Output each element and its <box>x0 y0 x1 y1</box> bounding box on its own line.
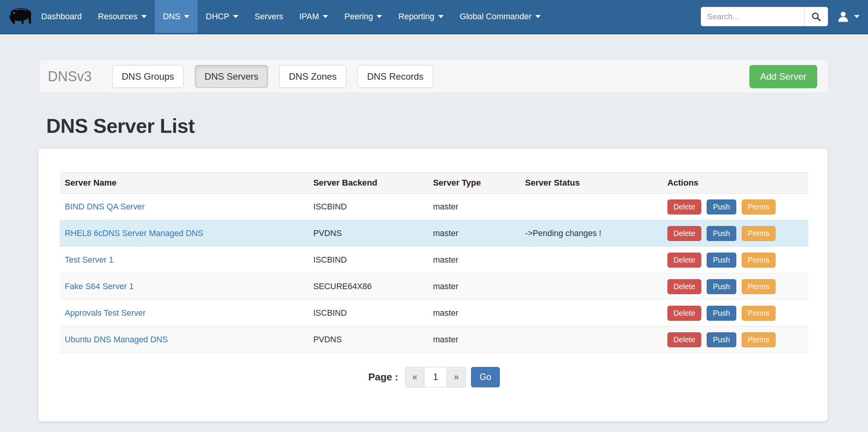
server-backend-cell: PVDNS <box>308 220 428 247</box>
actions-cell: Delete Push Perms <box>662 220 808 247</box>
delete-button[interactable]: Delete <box>667 279 701 294</box>
delete-button[interactable]: Delete <box>667 332 701 347</box>
app-label: DNSv3 <box>48 69 92 85</box>
caret-down-icon <box>323 15 328 18</box>
server-backend-cell: PVDNS <box>308 327 428 353</box>
user-icon <box>836 10 850 23</box>
user-menu[interactable] <box>836 10 860 23</box>
next-page-button[interactable]: » <box>447 367 466 387</box>
tab-dns-groups[interactable]: DNS Groups <box>112 65 184 88</box>
server-type-cell: master <box>428 220 520 247</box>
nav-label: Resources <box>98 12 137 22</box>
nav-item-dns[interactable]: DNS <box>155 0 198 33</box>
nav-item-reporting[interactable]: Reporting <box>390 0 451 33</box>
push-button[interactable]: Push <box>707 279 736 294</box>
server-type-cell: master <box>428 327 520 353</box>
nav-item-dashboard[interactable]: Dashboard <box>33 0 90 33</box>
caret-down-icon <box>535 15 541 18</box>
server-name-cell: Ubuntu DNS Managed DNS <box>60 327 308 353</box>
nav-label: DNS <box>163 12 180 22</box>
go-button[interactable]: Go <box>471 367 500 387</box>
caret-down-icon <box>233 15 238 18</box>
push-button[interactable]: Push <box>707 226 736 241</box>
perms-button[interactable]: Perms <box>742 226 776 241</box>
server-status-cell: ->Pending changes ! <box>520 220 662 247</box>
server-type-cell: master <box>428 247 520 273</box>
push-button[interactable]: Push <box>707 306 736 321</box>
search-group <box>701 7 828 26</box>
pagination: Page : « » Go <box>60 367 808 387</box>
server-name-link[interactable]: BIND DNS QA Server <box>65 202 145 211</box>
search-button[interactable] <box>804 7 828 26</box>
mammoth-logo-icon[interactable] <box>8 0 33 33</box>
main-nav: Dashboard Resources DNS DHCP Servers IPA… <box>33 0 549 33</box>
perms-button[interactable]: Perms <box>742 306 776 321</box>
top-navbar: Dashboard Resources DNS DHCP Servers IPA… <box>0 0 868 34</box>
col-header-server-status: Server Status <box>520 172 662 194</box>
navbar-right <box>701 0 860 33</box>
page-label: Page : <box>368 371 398 383</box>
perms-button[interactable]: Perms <box>742 253 776 268</box>
server-name-link[interactable]: Test Server 1 <box>65 255 114 265</box>
col-header-actions: Actions <box>662 172 808 194</box>
server-name-link[interactable]: Ubuntu DNS Managed DNS <box>65 335 168 344</box>
server-name-link[interactable]: RHEL8 6cDNS Server Managed DNS <box>65 229 203 238</box>
nav-item-peering[interactable]: Peering <box>336 0 390 33</box>
perms-button[interactable]: Perms <box>742 199 776 214</box>
tab-dns-records[interactable]: DNS Records <box>357 65 433 88</box>
perms-button[interactable]: Perms <box>742 332 776 347</box>
server-name-cell: Fake S64 Server 1 <box>60 273 308 300</box>
table-row: Approvals Test Server ISCBIND master Del… <box>60 300 808 327</box>
push-button[interactable]: Push <box>707 199 736 214</box>
nav-label: Reporting <box>398 12 434 22</box>
table-row: Test Server 1 ISCBIND master Delete Push… <box>60 247 808 273</box>
server-backend-cell: ISCBIND <box>308 247 428 273</box>
tab-dns-zones[interactable]: DNS Zones <box>279 65 346 88</box>
nav-item-resources[interactable]: Resources <box>90 0 155 33</box>
nav-label: Global Commander <box>460 12 531 22</box>
actions-cell: Delete Push Perms <box>662 300 808 327</box>
table-row-highlighted: RHEL8 6cDNS Server Managed DNS PVDNS mas… <box>60 220 808 247</box>
table-row: Ubuntu DNS Managed DNS PVDNS master Dele… <box>60 327 808 353</box>
table-row: Fake S64 Server 1 SECURE64X86 master Del… <box>60 273 808 300</box>
server-status-cell <box>520 300 662 327</box>
search-input[interactable] <box>701 7 804 26</box>
page-number-input[interactable] <box>424 367 447 387</box>
page-title: DNS Server List <box>46 114 868 137</box>
delete-button[interactable]: Delete <box>667 226 701 241</box>
server-backend-cell: SECURE64X86 <box>308 273 428 300</box>
table-header-row: Server Name Server Backend Server Type S… <box>60 172 808 194</box>
server-status-cell <box>520 247 662 273</box>
server-backend-cell: ISCBIND <box>308 300 428 327</box>
nav-item-global-commander[interactable]: Global Commander <box>452 0 549 33</box>
push-button[interactable]: Push <box>707 253 736 268</box>
nav-item-dhcp[interactable]: DHCP <box>198 0 246 33</box>
delete-button[interactable]: Delete <box>667 253 701 268</box>
nav-label: DHCP <box>206 12 229 22</box>
nav-label: Dashboard <box>41 12 82 22</box>
table-row: BIND DNS QA Server ISCBIND master Delete… <box>60 194 808 220</box>
prev-page-button[interactable]: « <box>406 367 424 387</box>
add-server-button[interactable]: Add Server <box>749 65 817 88</box>
server-name-link[interactable]: Fake S64 Server 1 <box>65 282 134 291</box>
perms-button[interactable]: Perms <box>742 279 776 294</box>
nav-item-ipam[interactable]: IPAM <box>291 0 336 33</box>
push-button[interactable]: Push <box>707 332 736 347</box>
search-icon <box>811 12 821 22</box>
server-status-cell <box>520 327 662 353</box>
nav-item-servers[interactable]: Servers <box>246 0 291 33</box>
actions-cell: Delete Push Perms <box>662 247 808 273</box>
delete-button[interactable]: Delete <box>667 199 701 214</box>
tab-dns-servers[interactable]: DNS Servers <box>195 65 268 88</box>
nav-label: IPAM <box>299 12 319 22</box>
server-name-cell: Approvals Test Server <box>60 300 308 327</box>
dns-toolbar: DNSv3 DNS Groups DNS Servers DNS Zones D… <box>40 60 828 93</box>
server-status-cell <box>520 273 662 300</box>
caret-down-icon <box>377 15 382 18</box>
caret-down-icon <box>184 15 189 18</box>
col-header-server-backend: Server Backend <box>308 172 428 194</box>
server-name-link[interactable]: Approvals Test Server <box>65 308 146 318</box>
delete-button[interactable]: Delete <box>667 306 701 321</box>
col-header-server-type: Server Type <box>428 172 520 194</box>
server-type-cell: master <box>428 194 520 220</box>
